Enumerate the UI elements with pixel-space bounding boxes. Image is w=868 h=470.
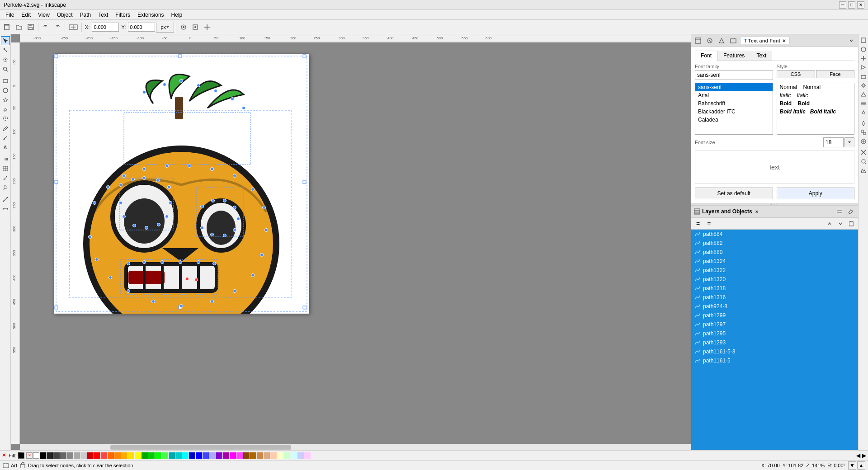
- swatch-red-2[interactable]: [94, 452, 100, 459]
- right-strip-btn-6[interactable]: [859, 81, 868, 89]
- swatch-black[interactable]: [40, 452, 46, 459]
- node-tool[interactable]: [1, 46, 10, 55]
- menu-filters[interactable]: Filters: [112, 11, 134, 19]
- swatch-blue-3[interactable]: [203, 452, 209, 459]
- snap-btn-3[interactable]: [202, 22, 212, 33]
- layers-delete-btn[interactable]: [846, 219, 856, 228]
- menu-edit[interactable]: Edit: [18, 11, 34, 19]
- layer-item[interactable]: path924-8: [691, 302, 858, 311]
- mesh-gradient-tool[interactable]: [1, 164, 10, 173]
- panel-chevron-down[interactable]: [846, 36, 856, 46]
- subtab-text[interactable]: Text: [750, 51, 772, 61]
- star-tool[interactable]: [1, 95, 10, 104]
- gradient-tool[interactable]: [1, 155, 10, 164]
- swatch-orange-3[interactable]: [121, 452, 127, 459]
- fill-swatch[interactable]: [18, 452, 24, 459]
- open-btn[interactable]: [14, 22, 24, 33]
- layer-item[interactable]: path1295: [691, 329, 858, 338]
- swatch-pink-1[interactable]: [236, 452, 243, 459]
- swatch-teal-1[interactable]: [169, 452, 175, 459]
- circle-tool[interactable]: [1, 86, 10, 95]
- swatch-5[interactable]: [74, 452, 80, 459]
- palette-scroll-left[interactable]: ◀: [856, 452, 860, 459]
- right-strip-btn-8[interactable]: [859, 99, 868, 108]
- style-item-0[interactable]: Normal Normal: [777, 83, 854, 91]
- swatch-lightyellow[interactable]: [277, 452, 283, 459]
- undo-btn[interactable]: [40, 22, 51, 33]
- panel-icon-1[interactable]: [693, 36, 703, 46]
- menu-object[interactable]: Object: [53, 11, 76, 19]
- swatch-orange-2[interactable]: [114, 452, 121, 459]
- pencil-tool[interactable]: [1, 133, 10, 142]
- layers-tab[interactable]: Layers and Objects ✕: [694, 208, 835, 215]
- swatch-purple-2[interactable]: [223, 452, 229, 459]
- layer-item[interactable]: path884: [691, 230, 858, 239]
- close-btn[interactable]: ✕: [857, 1, 864, 9]
- swatch-red-1[interactable]: [87, 452, 94, 459]
- right-strip-btn-1[interactable]: [859, 36, 868, 44]
- swatch-red-3[interactable]: [101, 452, 107, 459]
- swatch-green-2[interactable]: [148, 452, 155, 459]
- pen-tool[interactable]: [1, 124, 10, 133]
- layer-item[interactable]: path1299: [691, 311, 858, 320]
- swatch-green-4[interactable]: [162, 452, 168, 459]
- swatch-brown-2[interactable]: [250, 452, 256, 459]
- font-family-input[interactable]: [697, 72, 771, 78]
- swatch-none[interactable]: ✕: [26, 452, 33, 459]
- font-item-4[interactable]: Caladea: [695, 116, 773, 124]
- measure-tool[interactable]: [1, 204, 10, 213]
- text-tool[interactable]: A: [1, 143, 10, 152]
- maximize-btn[interactable]: □: [848, 1, 855, 9]
- swatch-peach[interactable]: [270, 452, 277, 459]
- layer-item[interactable]: path1324: [691, 257, 858, 266]
- font-item-2[interactable]: Bahnschrift: [695, 99, 773, 108]
- zoom-tool[interactable]: [1, 65, 10, 74]
- layers-down-btn[interactable]: [835, 219, 845, 228]
- snap-btn-1[interactable]: [178, 22, 189, 33]
- panel-icon-2[interactable]: [705, 36, 715, 46]
- layers-close[interactable]: ✕: [755, 209, 759, 214]
- menu-view[interactable]: View: [34, 11, 53, 19]
- swatch-1[interactable]: [47, 452, 53, 459]
- panel-icon-4[interactable]: [728, 36, 738, 46]
- swatch-orange-1[interactable]: [108, 452, 114, 459]
- layer-item[interactable]: path1322: [691, 266, 858, 275]
- subtab-features[interactable]: Features: [717, 51, 750, 61]
- text-font-tab[interactable]: T Text and Font ✕: [740, 37, 790, 44]
- horizontal-scrollbar[interactable]: [20, 444, 691, 450]
- style-list[interactable]: Normal Normal Italic Italic Bold Bold Bo…: [777, 83, 855, 135]
- swatch-2[interactable]: [53, 452, 60, 459]
- layer-item[interactable]: path1293: [691, 338, 858, 347]
- swatch-6[interactable]: [80, 452, 87, 459]
- zoom-out-btn[interactable]: ▼: [848, 461, 856, 470]
- style-item-2[interactable]: Bold Bold: [777, 99, 854, 108]
- right-strip-btn-13[interactable]: [859, 148, 868, 156]
- swatch-4[interactable]: [67, 452, 73, 459]
- layer-item[interactable]: path1161-5-3: [691, 347, 858, 356]
- swatch-lightblue[interactable]: [297, 452, 304, 459]
- swatch-brown-4[interactable]: [264, 452, 270, 459]
- menu-file[interactable]: File: [2, 11, 18, 19]
- swatch-brown-3[interactable]: [257, 452, 263, 459]
- layers-expand-btn[interactable]: ≡: [704, 219, 714, 228]
- swatch-purple-1[interactable]: [216, 452, 222, 459]
- font-size-input[interactable]: [823, 137, 844, 147]
- font-item-0[interactable]: sans-serif: [695, 83, 773, 91]
- right-strip-btn-12[interactable]: [859, 137, 868, 146]
- menu-text[interactable]: Text: [94, 11, 112, 19]
- apply-btn[interactable]: Apply: [777, 188, 855, 199]
- right-strip-btn-14[interactable]: [859, 157, 868, 165]
- redo-btn[interactable]: [52, 22, 63, 33]
- style-css-btn[interactable]: CSS: [777, 70, 815, 78]
- right-strip-btn-9[interactable]: [859, 108, 868, 117]
- tweak-tool[interactable]: [1, 55, 10, 64]
- font-item-1[interactable]: Arial: [695, 91, 773, 99]
- layer-item[interactable]: path882: [691, 239, 858, 248]
- style-item-3[interactable]: Bold Italic Bold Italic: [777, 108, 854, 116]
- menu-path[interactable]: Path: [76, 11, 95, 19]
- right-strip-btn-2[interactable]: [859, 45, 868, 53]
- right-strip-btn-11[interactable]: [859, 128, 868, 136]
- menu-help[interactable]: Help: [168, 11, 186, 19]
- lock-icon[interactable]: [20, 462, 25, 469]
- canvas-viewport[interactable]: [20, 42, 691, 444]
